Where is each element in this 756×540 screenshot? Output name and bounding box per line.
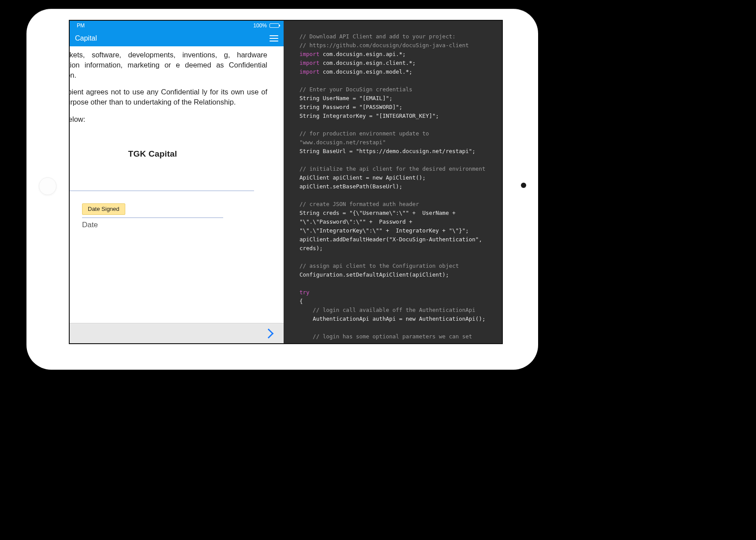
signature-line[interactable] — [70, 191, 254, 191]
company-heading: TGK Capital — [70, 149, 267, 159]
code-comment: "www.docusign.net/restapi" — [299, 139, 386, 146]
code-line: "\".\"IntegratorKey\":\"" + IntegratorKe… — [299, 227, 469, 234]
code-line: ApiClient apiClient = new ApiClient(); — [299, 174, 426, 181]
date-line — [82, 218, 223, 218]
code-keyword: import — [299, 51, 319, 57]
doc-paragraph: The Recipient agrees not to use any Conf… — [70, 87, 267, 107]
code-line: String creds = "{\"Username\":\"" + User… — [299, 210, 456, 216]
doc-paragraph: he date below: — [70, 114, 267, 124]
code-line: { — [299, 298, 303, 304]
code-comment: // initialize the api client for the des… — [299, 165, 485, 172]
app-footer — [70, 323, 284, 343]
code-line: Configuration.setDefaultApiClient(apiCli… — [299, 271, 449, 278]
esign-app-pane: PM 100% Capital ers, markets, software, … — [70, 21, 284, 343]
tablet-screen: PM 100% Capital ers, markets, software, … — [69, 20, 503, 344]
code-line: apiClient.setBasePath(BaseUrl); — [299, 183, 402, 190]
battery-percent: 100% — [253, 22, 267, 29]
code-comment: // assign api client to the Configuratio… — [299, 262, 459, 269]
code-keyword: import — [299, 68, 319, 75]
code-line: com.docusign.esign.client.*; — [319, 60, 415, 66]
code-comment: // login has some optional parameters we… — [299, 333, 472, 340]
status-time: PM — [77, 22, 85, 29]
next-icon[interactable] — [264, 328, 274, 338]
battery-icon — [269, 23, 279, 28]
menu-icon[interactable] — [269, 35, 278, 41]
code-keyword: import — [299, 60, 319, 66]
ios-status-bar: PM 100% — [70, 21, 284, 30]
app-navbar: Capital — [70, 30, 284, 46]
code-comment: // https://github.com/docusign/docuSign-… — [299, 42, 469, 49]
code-comment: // login call available off the Authenti… — [299, 307, 475, 313]
document-viewport[interactable]: ers, markets, software, developments, in… — [70, 46, 284, 323]
doc-paragraph: ers, markets, software, developments, in… — [70, 50, 267, 80]
code-line: AuthenticationApi authApi = new Authenti… — [299, 315, 485, 322]
code-keyword: try — [299, 289, 310, 296]
code-line: com.docusign.esign.model.*; — [319, 68, 412, 75]
code-line: "\".\"Password\":\"" + Password + — [299, 218, 412, 225]
code-editor-pane[interactable]: // Download API Client and add to your p… — [284, 21, 502, 343]
code-line: com.docusign.esign.api.*; — [319, 51, 406, 57]
code-comment: // Download API Client and add to your p… — [299, 33, 456, 40]
code-line: String IntegratorKey = "[INTEGRATOR_KEY]… — [299, 112, 439, 119]
front-camera — [521, 183, 526, 188]
code-line: creds); — [299, 245, 323, 251]
date-label: Date — [82, 221, 223, 229]
navbar-title: Capital — [75, 34, 97, 42]
date-signed-field[interactable]: Date Signed — [82, 203, 125, 215]
code-line: String BaseUrl = "https://demo.docusign.… — [299, 148, 475, 154]
code-comment: // create JSON formatted auth header — [299, 201, 419, 207]
code-comment: // Enter your DocuSign credentials — [299, 86, 412, 93]
code-line: String UserName = "[EMAIL]"; — [299, 95, 393, 101]
code-line: String Password = "[PASSWORD]"; — [299, 104, 402, 110]
home-button[interactable] — [39, 177, 56, 195]
code-comment: // for production environment update to — [299, 130, 429, 137]
code-line: apiClient.addDefaultHeader("X-DocuSign-A… — [299, 236, 482, 243]
